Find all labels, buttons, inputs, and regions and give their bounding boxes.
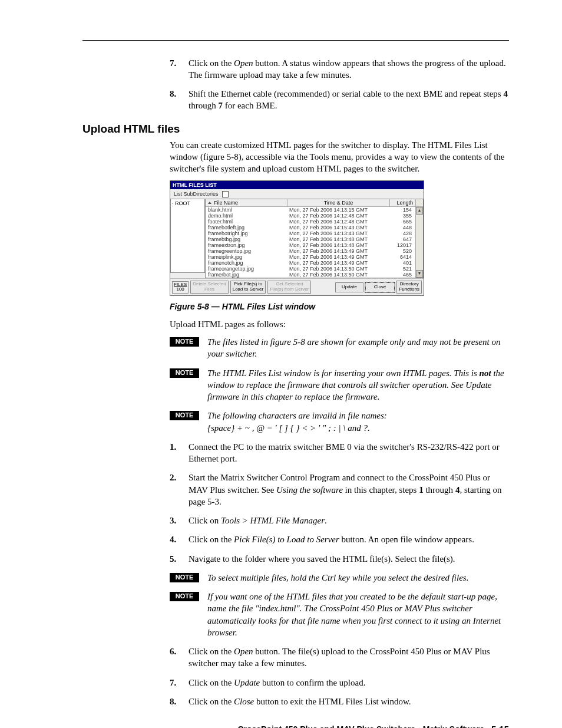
step-item: 2.Start the Matrix Switcher Control Prog… xyxy=(170,472,509,508)
file-date: Mon, 27 Feb 2006 14:13:50 GMT xyxy=(287,272,389,278)
file-length: 428 xyxy=(389,230,414,236)
file-length: 12017 xyxy=(389,242,414,248)
scrollbar[interactable]: ▲ ▼ xyxy=(415,207,423,278)
file-length: 355 xyxy=(389,213,414,219)
file-row[interactable]: framegreentop.jpgMon, 27 Feb 2006 14:13:… xyxy=(206,248,415,254)
window-title: HTML FILES LIST xyxy=(170,181,424,189)
col-filename[interactable]: File Name xyxy=(206,199,287,206)
file-row[interactable]: framebotleft.jpgMon, 27 Feb 2006 14:15:4… xyxy=(206,225,415,230)
note-1: NOTE The files listed in figure 5-8 are … xyxy=(170,336,509,360)
file-row[interactable]: framebotright.jpgMon, 27 Feb 2006 14:13:… xyxy=(206,230,415,236)
file-row[interactable]: frameiplink.jpgMon, 27 Feb 2006 14:13:49… xyxy=(206,254,415,260)
file-date: Mon, 27 Feb 2006 14:13:43 GMT xyxy=(287,230,389,236)
col-length[interactable]: Length xyxy=(390,199,415,206)
step-item: 5.Navigate to the folder where you saved… xyxy=(170,553,509,565)
scroll-up-icon[interactable]: ▲ xyxy=(416,207,423,215)
file-name: frameiplink.jpg xyxy=(206,254,287,260)
file-length: 6414 xyxy=(389,254,414,260)
directory-functions-button[interactable]: Directory Functions xyxy=(396,281,422,294)
note-4: NOTE To select multiple files, hold the … xyxy=(170,572,509,584)
col-date[interactable]: Time & Date xyxy=(287,199,390,206)
intro-paragraph: You can create customized HTML pages for… xyxy=(170,139,509,175)
file-row[interactable]: frameextron.jpgMon, 27 Feb 2006 14:13:48… xyxy=(206,242,415,248)
file-length: 401 xyxy=(389,260,414,266)
file-name: framenotch.jpg xyxy=(206,260,287,266)
file-length: 448 xyxy=(389,225,414,230)
file-row[interactable]: frameorangetop.jpgMon, 27 Feb 2006 14:13… xyxy=(206,266,415,272)
file-name: blank.html xyxy=(206,207,287,213)
file-length: 154 xyxy=(389,207,414,213)
upload-intro: Upload HTML pages as follows: xyxy=(170,318,509,330)
file-row[interactable]: framebtbg.jpgMon, 27 Feb 2006 14:13:48 G… xyxy=(206,236,415,242)
file-length: 665 xyxy=(389,219,414,225)
file-date: Mon, 27 Feb 2006 14:13:49 GMT xyxy=(287,248,389,254)
delete-files-button[interactable]: Delete Selected Files xyxy=(190,281,228,294)
file-length: 465 xyxy=(389,272,414,278)
scroll-down-icon[interactable]: ▼ xyxy=(416,270,423,278)
file-row[interactable]: framenotch.jpgMon, 27 Feb 2006 14:13:49 … xyxy=(206,260,415,266)
get-files-button[interactable]: Get Selected File(s) from Server xyxy=(267,281,311,294)
file-date: Mon, 27 Feb 2006 14:15:43 GMT xyxy=(287,225,389,230)
note-badge: NOTE xyxy=(170,337,199,347)
file-name: frameorangetop.jpg xyxy=(206,266,287,272)
file-length: 520 xyxy=(389,248,414,254)
page-footer: CrossPoint 450 Plus and MAV Plus Switche… xyxy=(82,724,509,728)
file-name: frameextron.jpg xyxy=(206,242,287,248)
figure-caption: Figure 5-8 — HTML Files List window xyxy=(170,302,509,311)
list-subdir-row: List SubDirectories xyxy=(170,189,424,199)
file-date: Mon, 27 Feb 2006 14:13:49 GMT xyxy=(287,254,389,260)
note-5: NOTE If you want one of the HTML files t… xyxy=(170,591,509,638)
file-date: Mon, 27 Feb 2006 14:13:49 GMT xyxy=(287,260,389,266)
file-row[interactable]: blank.htmlMon, 27 Feb 2006 14:13:15 GMT1… xyxy=(206,207,415,213)
step-item: 3.Click on Tools > HTML File Manager. xyxy=(170,515,509,526)
pick-files-button[interactable]: Pick File(s) to Load to Server xyxy=(230,281,266,294)
html-files-list-window: HTML FILES LIST List SubDirectories · RO… xyxy=(170,180,424,296)
file-date: Mon, 27 Feb 2006 14:12:48 GMT xyxy=(287,213,389,219)
file-name: demo.html xyxy=(206,213,287,219)
note-3: NOTE The following characters are invali… xyxy=(170,410,509,434)
file-length: 647 xyxy=(389,236,414,242)
file-list[interactable]: File Name Time & Date Length blank.htmlM… xyxy=(205,199,424,278)
file-date: Mon, 27 Feb 2006 14:12:48 GMT xyxy=(287,219,389,225)
file-name: framebotleft.jpg xyxy=(206,225,287,230)
file-name: footer.html xyxy=(206,219,287,225)
note-badge: NOTE xyxy=(170,573,199,582)
file-name: framebtbg.jpg xyxy=(206,236,287,242)
top-rule xyxy=(82,40,509,41)
file-date: Mon, 27 Feb 2006 14:13:50 GMT xyxy=(287,266,389,272)
subdir-checkbox[interactable] xyxy=(222,191,229,197)
file-date: Mon, 27 Feb 2006 14:13:15 GMT xyxy=(287,207,389,213)
close-button[interactable]: Close xyxy=(365,282,395,292)
heading-upload-html: Upload HTML files xyxy=(82,123,509,136)
file-row[interactable]: framerbot.jpgMon, 27 Feb 2006 14:13:50 G… xyxy=(206,272,415,278)
note-badge: NOTE xyxy=(170,592,199,601)
note-badge: NOTE xyxy=(170,368,199,378)
step-item: 4.Click on the Pick File(s) to Load to S… xyxy=(170,533,509,545)
step-item: 1.Connect the PC to the matrix switcher … xyxy=(170,441,509,465)
file-row[interactable]: footer.htmlMon, 27 Feb 2006 14:12:48 GMT… xyxy=(206,219,415,225)
intro-step-8: 8. Shift the Ethernet cable (recommended… xyxy=(170,88,509,112)
file-length: 521 xyxy=(389,266,414,272)
step-item: 7.Click on the Update button to confirm … xyxy=(170,677,509,689)
note-2: NOTE The HTML Files List window is for i… xyxy=(170,367,509,403)
file-name: framebotright.jpg xyxy=(206,230,287,236)
note-badge: NOTE xyxy=(170,411,199,420)
update-button[interactable]: Update xyxy=(335,282,363,292)
file-date: Mon, 27 Feb 2006 14:13:48 GMT xyxy=(287,242,389,248)
file-row[interactable]: demo.htmlMon, 27 Feb 2006 14:12:48 GMT35… xyxy=(206,213,415,219)
step-item: 6.Click on the Open button. The file(s) … xyxy=(170,645,509,670)
file-name: framegreentop.jpg xyxy=(206,248,287,254)
file-date: Mon, 27 Feb 2006 14:13:48 GMT xyxy=(287,236,389,242)
files-count: FILES 100 xyxy=(172,281,189,294)
intro-step-7: 7. Click on the Open button. A status wi… xyxy=(170,57,509,81)
step-item: 8.Click on the Close button to exit the … xyxy=(170,696,509,707)
tree-view[interactable]: · ROOT xyxy=(170,199,205,273)
sort-icon xyxy=(208,202,211,204)
file-name: framerbot.jpg xyxy=(206,272,287,278)
